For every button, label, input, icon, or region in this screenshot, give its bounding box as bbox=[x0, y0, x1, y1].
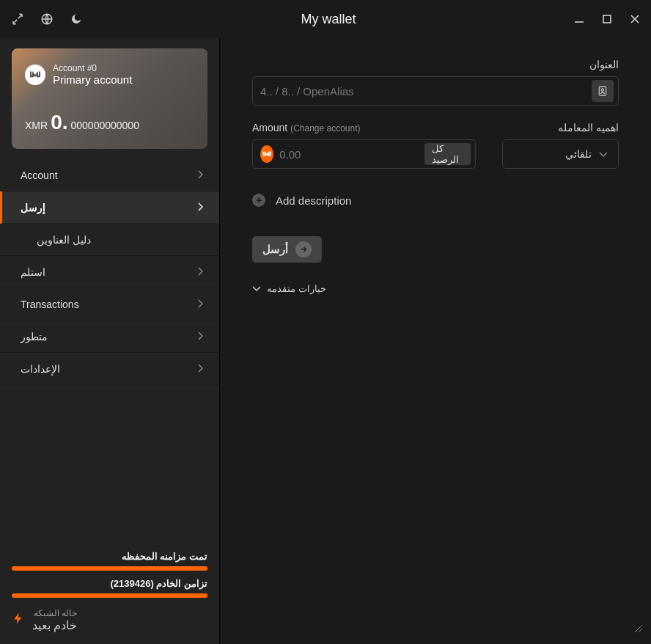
account-card[interactable]: Account #0 Primary account XMR 0. 000000… bbox=[12, 48, 207, 149]
priority-label: اهميه المعامله bbox=[502, 122, 619, 133]
priority-value: تلقائي bbox=[565, 148, 592, 160]
nav-label: استلم bbox=[21, 266, 45, 278]
window-close-icon[interactable] bbox=[629, 13, 641, 25]
sidebar-status: تمت مزامنه المحفظه تزامن الخادم (2139426… bbox=[0, 544, 219, 644]
globe-icon[interactable] bbox=[40, 12, 54, 26]
nav-address-book[interactable]: دليل العناوين bbox=[0, 224, 219, 256]
address-label: العنوان bbox=[252, 59, 619, 70]
chevron-right-icon bbox=[197, 266, 203, 278]
plus-circle-icon: + bbox=[252, 194, 265, 207]
balance-decimals: 000000000000 bbox=[70, 120, 139, 131]
address-book-button[interactable] bbox=[592, 80, 614, 102]
svg-rect-2 bbox=[603, 15, 611, 23]
nav-send[interactable]: إرسل bbox=[0, 191, 219, 224]
nav-label: Account bbox=[21, 169, 58, 181]
nav-label: الإعدادات bbox=[21, 363, 60, 375]
wallet-sync-progress bbox=[12, 566, 207, 571]
network-value: خادم بعيد bbox=[32, 618, 77, 632]
monero-logo-icon bbox=[25, 65, 45, 85]
amount-input[interactable] bbox=[279, 148, 419, 161]
nav-label: Transactions bbox=[21, 299, 79, 310]
chevron-down-icon bbox=[252, 283, 261, 294]
nav-label: دليل العناوين bbox=[37, 234, 91, 246]
balance-currency: XMR bbox=[25, 120, 48, 131]
add-description-button[interactable]: + Add description bbox=[252, 194, 619, 207]
chevron-right-icon bbox=[197, 363, 203, 375]
nav-account[interactable]: Account bbox=[0, 159, 219, 191]
chevron-right-icon bbox=[197, 331, 203, 343]
send-button[interactable]: أرسل bbox=[252, 236, 322, 263]
address-input-wrap bbox=[252, 76, 619, 106]
chevron-down-icon bbox=[599, 148, 608, 160]
daemon-sync-label: تزامن الخادم (2139426) bbox=[12, 578, 207, 589]
theme-moon-icon[interactable] bbox=[69, 12, 84, 26]
monero-icon bbox=[260, 145, 273, 163]
lightning-icon bbox=[12, 610, 25, 632]
daemon-sync-progress bbox=[12, 593, 207, 598]
nav-advanced[interactable]: متطور bbox=[0, 321, 219, 353]
resize-grip-icon[interactable] bbox=[633, 623, 644, 637]
nav-receive[interactable]: استلم bbox=[0, 256, 219, 288]
wallet-sync-label: تمت مزامنه المحفظه bbox=[12, 551, 207, 562]
add-description-label: Add description bbox=[276, 194, 351, 207]
balance: XMR 0. 000000000000 bbox=[25, 111, 194, 134]
all-balance-button[interactable]: كل الرصيد bbox=[424, 143, 471, 165]
balance-integer: 0. bbox=[51, 111, 67, 134]
svg-point-6 bbox=[601, 89, 603, 91]
network-status[interactable]: حاله الشبكه خادم بعيد bbox=[12, 608, 207, 632]
priority-select[interactable]: تلقائي bbox=[502, 139, 619, 169]
main-panel: العنوان Amount (Change account) bbox=[220, 38, 651, 644]
nav-label: متطور bbox=[21, 331, 48, 343]
network-label: حاله الشبكه bbox=[32, 608, 77, 618]
send-button-label: أرسل bbox=[262, 243, 288, 256]
window-maximize-icon[interactable] bbox=[601, 13, 613, 25]
change-account-link[interactable]: (Change account) bbox=[290, 123, 360, 133]
sidebar-nav: Account إرسل دليل العناوين استلم bbox=[0, 159, 219, 385]
window-minimize-icon[interactable] bbox=[573, 13, 585, 25]
arrow-right-icon bbox=[295, 241, 312, 257]
advanced-options-toggle[interactable]: خيارات متقدمه bbox=[252, 283, 619, 294]
nav-transactions[interactable]: Transactions bbox=[0, 288, 219, 321]
nav-settings[interactable]: الإعدادات bbox=[0, 353, 219, 385]
address-input[interactable] bbox=[260, 85, 586, 98]
sidebar: Account #0 Primary account XMR 0. 000000… bbox=[0, 38, 220, 644]
chevron-right-icon bbox=[197, 169, 203, 181]
advanced-options-label: خيارات متقدمه bbox=[267, 283, 326, 294]
account-subtitle: Account #0 bbox=[53, 63, 132, 73]
window-title: My wallet bbox=[84, 12, 573, 27]
nav-label: إرسل bbox=[21, 202, 45, 213]
amount-input-wrap: كل الرصيد bbox=[252, 139, 476, 169]
amount-label: Amount (Change account) bbox=[252, 122, 476, 133]
chevron-right-icon bbox=[197, 299, 203, 310]
titlebar: My wallet bbox=[0, 0, 651, 38]
lock-wallet-icon[interactable] bbox=[10, 12, 25, 26]
account-title: Primary account bbox=[53, 73, 132, 86]
chevron-right-icon bbox=[197, 202, 203, 213]
